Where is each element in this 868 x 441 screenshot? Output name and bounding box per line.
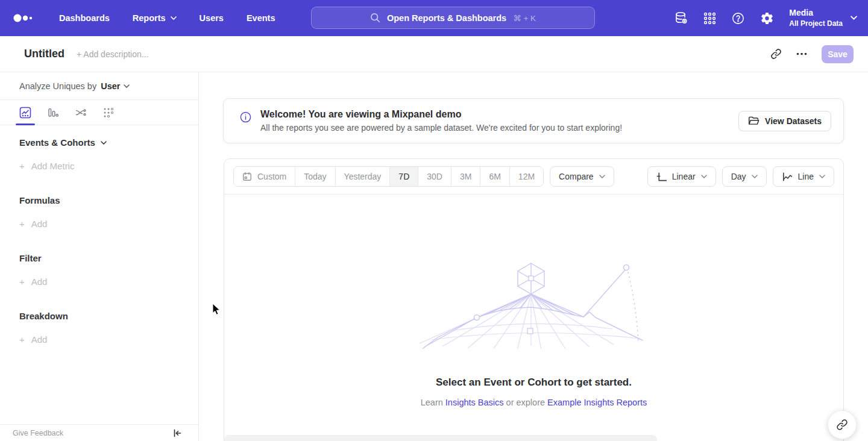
- nav-item-dashboards[interactable]: Dashboards: [59, 13, 110, 23]
- folder-open-icon: [748, 116, 760, 126]
- range-6m[interactable]: 6M: [480, 167, 509, 186]
- add-breakdown-button[interactable]: + Add: [19, 334, 198, 345]
- add-label: Add Metric: [31, 161, 75, 171]
- range-label: 30D: [427, 172, 442, 181]
- nav-item-users[interactable]: Users: [200, 13, 224, 23]
- compare-button[interactable]: Compare: [550, 166, 614, 187]
- report-title[interactable]: Untitled: [24, 48, 64, 60]
- range-30d[interactable]: 30D: [418, 167, 451, 186]
- retention-grid-tab[interactable]: [102, 100, 115, 125]
- mixpanel-logo-icon[interactable]: [13, 13, 35, 23]
- nav-right-controls: Media All Project Data: [674, 0, 857, 36]
- add-filter-button[interactable]: + Add: [19, 277, 198, 287]
- scale-label: Linear: [672, 172, 696, 181]
- empty-state: Select an Event or Cohort to get started…: [224, 255, 843, 407]
- settings-gear-icon[interactable]: [760, 11, 774, 25]
- range-label: 7D: [398, 172, 409, 181]
- chevron-down-icon: [851, 16, 857, 20]
- visualization-tabs: [0, 100, 198, 125]
- line-chart-icon: [782, 172, 793, 182]
- report-description-placeholder[interactable]: + Add description...: [77, 49, 148, 59]
- links-connector: or explore: [506, 398, 545, 407]
- insights-line-tab[interactable]: [19, 100, 31, 125]
- chart-type-label: Line: [798, 172, 814, 181]
- global-search-bar[interactable]: Open Reports & Dashboards ⌘ + K: [311, 7, 595, 29]
- search-placeholder: Open Reports & Dashboards: [387, 13, 506, 23]
- chart-type-selector-button[interactable]: Line: [773, 166, 834, 187]
- range-yesterday[interactable]: Yesterday: [335, 167, 390, 186]
- interval-selector-button[interactable]: Day: [722, 166, 767, 187]
- plus-icon: +: [19, 334, 25, 345]
- section-title: Breakdown: [19, 311, 68, 321]
- report-header: Untitled + Add description... Save: [0, 36, 868, 72]
- collapse-sidebar-icon[interactable]: [172, 428, 182, 438]
- nav-item-label: Reports: [133, 13, 166, 23]
- project-data-view: All Project Data: [789, 19, 843, 28]
- plus-icon: +: [19, 219, 25, 229]
- range-12m[interactable]: 12M: [509, 167, 543, 186]
- range-7d[interactable]: 7D: [389, 167, 418, 186]
- share-link-floating-button[interactable]: [828, 410, 857, 439]
- nav-item-label: Events: [247, 13, 275, 23]
- chevron-down-icon: [599, 175, 605, 178]
- add-label: Add: [31, 277, 48, 287]
- range-custom[interactable]: Custom: [234, 167, 295, 186]
- bar-chart-tab[interactable]: [47, 100, 59, 125]
- horizontal-scrollbar[interactable]: [224, 435, 657, 441]
- analyze-value-label: User: [101, 81, 120, 91]
- analyze-by-selector[interactable]: User: [101, 81, 130, 91]
- empty-state-illustration: [420, 255, 649, 349]
- chevron-down-icon: [752, 175, 758, 178]
- calendar-icon: [242, 172, 252, 181]
- chevron-down-icon: [101, 141, 107, 145]
- sidebar-footer: Give Feedback: [0, 424, 198, 441]
- search-shortcut: ⌘ + K: [513, 13, 536, 23]
- nav-item-events[interactable]: Events: [247, 13, 275, 23]
- report-card: Custom Today Yesterday 7D 30D 3M 6M 12M …: [224, 158, 844, 441]
- nav-item-label: Users: [200, 13, 224, 23]
- analyze-row: Analyze Uniques by User: [0, 72, 198, 100]
- nav-item-reports[interactable]: Reports: [133, 13, 177, 23]
- range-label: 6M: [489, 172, 500, 181]
- search-icon: [370, 13, 380, 23]
- date-range-segmented-control: Custom Today Yesterday 7D 30D 3M 6M 12M: [233, 166, 544, 187]
- analyze-label: Analyze Uniques by: [19, 81, 96, 91]
- plus-icon: +: [19, 277, 25, 287]
- insights-basics-link[interactable]: Insights Basics: [445, 398, 504, 407]
- give-feedback-link[interactable]: Give Feedback: [13, 429, 63, 437]
- scale-selector-button[interactable]: Linear: [647, 166, 716, 187]
- add-formula-button[interactable]: + Add: [19, 219, 198, 229]
- flow-tab[interactable]: [75, 100, 87, 125]
- more-options-icon[interactable]: [796, 52, 807, 55]
- range-today[interactable]: Today: [295, 167, 335, 186]
- range-3m[interactable]: 3M: [451, 167, 480, 186]
- data-settings-icon[interactable]: [674, 11, 688, 25]
- top-navigation-bar: Dashboards Reports Users Events Open Rep…: [0, 0, 868, 36]
- report-header-actions: Save: [770, 45, 854, 63]
- apps-grid-icon[interactable]: [703, 12, 716, 25]
- chevron-down-icon: [124, 84, 130, 88]
- help-icon[interactable]: [731, 11, 745, 25]
- section-breakdown: Breakdown: [19, 311, 198, 321]
- nav-links: Dashboards Reports Users Events: [59, 13, 275, 23]
- range-label: 12M: [518, 172, 535, 181]
- section-title: Formulas: [19, 195, 60, 205]
- add-metric-button[interactable]: + Add Metric: [19, 161, 198, 171]
- banner-subtitle: All the reports you see are powered by a…: [260, 123, 622, 133]
- view-datasets-button[interactable]: View Datasets: [738, 111, 831, 131]
- save-button[interactable]: Save: [822, 45, 854, 63]
- banner-title: Welcome! You are viewing a Mixpanel demo: [260, 109, 622, 120]
- learn-prefix: Learn: [421, 398, 443, 407]
- section-title: Events & Cohorts: [19, 137, 95, 148]
- copy-link-icon[interactable]: [770, 48, 782, 60]
- chevron-down-icon: [819, 175, 825, 178]
- project-switcher[interactable]: Media All Project Data: [789, 7, 857, 28]
- section-filter: Filter: [19, 253, 198, 263]
- query-builder-sidebar: Analyze Uniques by User: [0, 72, 199, 441]
- example-reports-link[interactable]: Example Insights Reports: [547, 398, 647, 407]
- report-toolbar: Custom Today Yesterday 7D 30D 3M 6M 12M …: [224, 159, 843, 195]
- section-events-cohorts[interactable]: Events & Cohorts: [19, 137, 198, 148]
- linear-axis-icon: [656, 172, 667, 182]
- nav-item-label: Dashboards: [59, 13, 110, 23]
- link-icon: [836, 419, 848, 431]
